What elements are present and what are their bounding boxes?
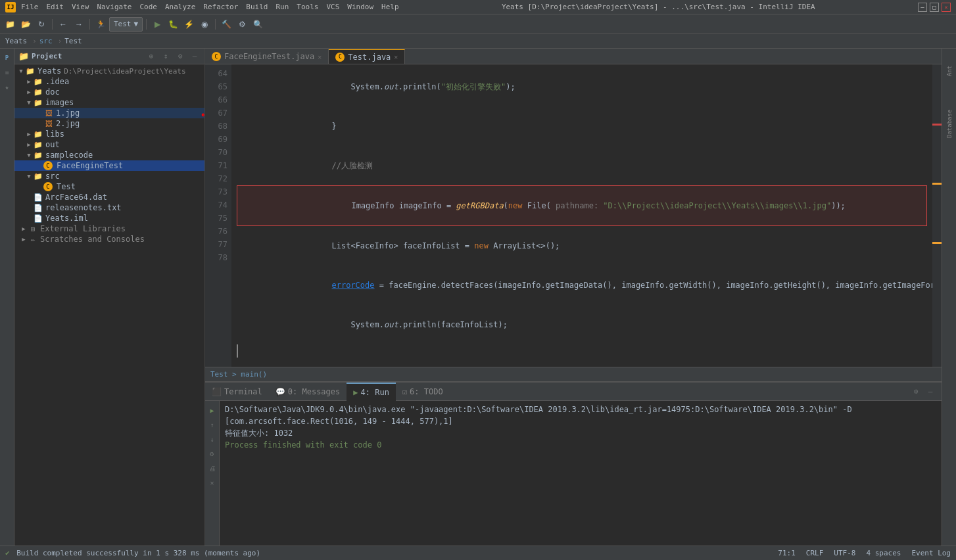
scroll-up-btn[interactable]: ↑ bbox=[206, 418, 219, 431]
profile-btn[interactable]: ◉ bbox=[197, 17, 212, 32]
run-config-icon[interactable]: 🏃 bbox=[93, 17, 108, 32]
samplecode-arrow[interactable]: ▼ bbox=[25, 152, 33, 158]
indent-size[interactable]: 4 spaces bbox=[866, 549, 901, 557]
ant-icon[interactable]: Ant bbox=[943, 51, 956, 91]
run-again-btn[interactable]: ▶ bbox=[206, 404, 219, 417]
event-log[interactable]: Event Log bbox=[911, 549, 951, 557]
code-editor[interactable]: System.out.println("初始化引擎失败"); } //人脸检测 … bbox=[231, 64, 932, 367]
tab-icon-fet: C bbox=[212, 52, 221, 61]
run-btn[interactable]: ▶ bbox=[150, 17, 164, 32]
nav-src[interactable]: src bbox=[39, 37, 53, 45]
terminal-icon: ⬛ bbox=[212, 387, 222, 396]
right-gutter bbox=[932, 64, 942, 367]
print-btn[interactable]: 🖨 bbox=[206, 461, 219, 475]
tree-test[interactable]: C Test bbox=[14, 181, 204, 192]
tree-ext-libs[interactable]: ▶ ⊞ External Libraries bbox=[14, 223, 204, 234]
nav-yeats[interactable]: Yeats bbox=[5, 37, 27, 45]
tree-doc[interactable]: ▶ 📁 doc bbox=[14, 87, 204, 97]
tree-faceenginetest[interactable]: C FaceEngineTest bbox=[14, 160, 204, 171]
open-btn[interactable]: 📂 bbox=[18, 17, 33, 32]
back-btn[interactable]: ← bbox=[56, 17, 70, 32]
tree-root[interactable]: ▼ 📁 Yeats D:\Project\ideaProject\Yeats bbox=[14, 66, 204, 76]
search-btn[interactable]: 🔍 bbox=[251, 17, 265, 32]
nav-test[interactable]: Test bbox=[64, 37, 82, 45]
tab-test[interactable]: C Test.java ✕ bbox=[329, 49, 405, 64]
debug-btn[interactable]: 🐛 bbox=[166, 17, 180, 32]
images-arrow[interactable]: ▼ bbox=[25, 99, 33, 106]
menu-tools[interactable]: Tools bbox=[297, 3, 318, 11]
project-icon[interactable]: P bbox=[1, 51, 14, 64]
gear-icon[interactable]: ⚙ bbox=[174, 51, 186, 62]
structure-icon[interactable]: ≡ bbox=[1, 66, 14, 79]
tab-todo[interactable]: ☑ 6: TODO bbox=[396, 383, 450, 401]
menu-analyze[interactable]: Analyze bbox=[165, 3, 195, 11]
tab-faceenginetest[interactable]: C FaceEngineTest.java ✕ bbox=[205, 49, 329, 64]
hide-icon[interactable]: — bbox=[924, 386, 936, 398]
cursor-position[interactable]: 71:1 bbox=[778, 549, 796, 557]
maximize-button[interactable]: □ bbox=[930, 3, 939, 12]
tree-arcface[interactable]: 📄 ArcFace64.dat bbox=[14, 192, 204, 202]
favorites-icon[interactable]: ★ bbox=[1, 80, 14, 93]
close-button[interactable]: ✕ bbox=[942, 3, 951, 12]
scratches-arrow[interactable]: ▶ bbox=[20, 236, 28, 243]
new-project-btn[interactable]: 📁 bbox=[3, 17, 17, 32]
scope-btn[interactable]: ⊕ bbox=[145, 51, 157, 62]
nav-sep1: › bbox=[32, 37, 37, 45]
tab-label-test: Test.java bbox=[348, 53, 391, 62]
libs-arrow[interactable]: ▶ bbox=[25, 131, 33, 137]
encoding[interactable]: UTF-8 bbox=[834, 549, 855, 557]
idea-arrow[interactable]: ▶ bbox=[25, 78, 33, 85]
tab-terminal[interactable]: ⬛ Terminal bbox=[205, 383, 269, 401]
scroll-from-source-btn[interactable]: ↕ bbox=[160, 51, 172, 62]
window-controls[interactable]: — □ ✕ bbox=[918, 3, 951, 12]
line-separator[interactable]: CRLF bbox=[806, 549, 824, 557]
tab-messages[interactable]: 💬 0: Messages bbox=[269, 383, 347, 401]
ext-arrow[interactable]: ▶ bbox=[20, 225, 28, 232]
settings-btn[interactable]: ⚙ bbox=[235, 17, 249, 32]
menu-code[interactable]: Code bbox=[139, 3, 157, 11]
tree-yeats-iml[interactable]: 📄 Yeats.iml bbox=[14, 213, 204, 223]
menu-view[interactable]: View bbox=[72, 3, 89, 11]
tab-close-fet[interactable]: ✕ bbox=[318, 53, 322, 60]
scroll-down-btn[interactable]: ↓ bbox=[206, 432, 219, 446]
menu-window[interactable]: Window bbox=[347, 3, 373, 11]
status-right: 71:1 CRLF UTF-8 4 spaces Event Log bbox=[778, 549, 951, 557]
tree-samplecode[interactable]: ▼ 📁 samplecode bbox=[14, 150, 204, 160]
hammer-btn[interactable]: 🔨 bbox=[219, 17, 233, 32]
tab-close-test[interactable]: ✕ bbox=[394, 53, 398, 60]
rn-label: releasenotes.txt bbox=[45, 203, 122, 212]
menu-bar[interactable]: File Edit View Navigate Code Analyze Ref… bbox=[21, 3, 399, 11]
out-arrow[interactable]: ▶ bbox=[25, 141, 33, 148]
tree-libs[interactable]: ▶ 📁 libs bbox=[14, 129, 204, 139]
menu-run[interactable]: Run bbox=[275, 3, 289, 11]
menu-edit[interactable]: Edit bbox=[47, 3, 64, 11]
sync-btn[interactable]: ↻ bbox=[34, 17, 49, 32]
close-run-btn[interactable]: ✕ bbox=[206, 476, 219, 489]
menu-navigate[interactable]: Navigate bbox=[97, 3, 132, 11]
tree-2jpg[interactable]: 🖼 2.jpg bbox=[14, 118, 204, 129]
tree-out[interactable]: ▶ 📁 out bbox=[14, 139, 204, 150]
database-icon[interactable]: Database bbox=[943, 97, 956, 150]
menu-help[interactable]: Help bbox=[381, 3, 399, 11]
settings-icon[interactable]: ⚙ bbox=[910, 386, 922, 398]
src-arrow[interactable]: ▼ bbox=[25, 173, 33, 179]
tree-images[interactable]: ▼ 📁 images bbox=[14, 97, 204, 108]
coverage-btn[interactable]: ⚡ bbox=[181, 17, 196, 32]
tree-1jpg[interactable]: 🖼 1.jpg ← bbox=[14, 108, 204, 118]
menu-refactor[interactable]: Refactor bbox=[203, 3, 238, 11]
menu-vcs[interactable]: VCS bbox=[326, 3, 339, 11]
filter-btn[interactable]: ⚙ bbox=[206, 447, 219, 460]
root-arrow[interactable]: ▼ bbox=[17, 68, 25, 74]
forward-btn[interactable]: → bbox=[72, 17, 86, 32]
tree-releasenotes[interactable]: 📄 releasenotes.txt bbox=[14, 202, 204, 213]
menu-build[interactable]: Build bbox=[246, 3, 268, 11]
minimize-button[interactable]: — bbox=[918, 3, 927, 12]
collapse-btn[interactable]: — bbox=[189, 51, 201, 62]
run-config-combo[interactable]: Test ▼ bbox=[109, 17, 143, 32]
tree-scratches[interactable]: ▶ ✏ Scratches and Consoles bbox=[14, 234, 204, 245]
doc-arrow[interactable]: ▶ bbox=[25, 89, 33, 95]
menu-file[interactable]: File bbox=[21, 3, 39, 11]
tree-src[interactable]: ▼ 📁 src bbox=[14, 171, 204, 181]
tree-idea[interactable]: ▶ 📁 .idea bbox=[14, 76, 204, 87]
tab-run[interactable]: ▶ 4: Run bbox=[347, 383, 396, 401]
